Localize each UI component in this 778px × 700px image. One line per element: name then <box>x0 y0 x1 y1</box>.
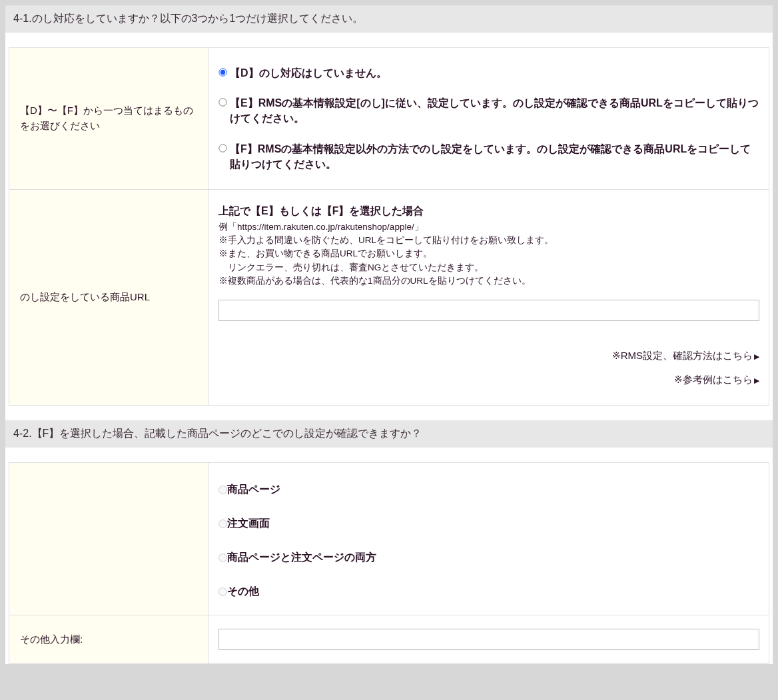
link-example[interactable]: ※参考例はこちら▶ <box>674 374 759 385</box>
radio-product-page[interactable] <box>218 486 227 494</box>
radio-row-product-page[interactable]: 商品ページ <box>218 483 759 497</box>
row-4-1-radios: 【D】〜【F】から一つ当てはまるものをお選びください 【D】のし対応はしていませ… <box>9 48 769 190</box>
desc-title-4-1: 上記で【E】もしくは【F】を選択した場合 <box>218 203 759 219</box>
radio-row-other[interactable]: その他 <box>218 585 759 599</box>
row-4-2-other-input: その他入力欄: <box>9 615 769 664</box>
radio-order-screen-label: 注文画面 <box>227 517 270 531</box>
content-cell-4-2-other <box>209 615 769 664</box>
radio-other-label: その他 <box>227 585 259 599</box>
radio-e-label: 【E】RMSの基本情報設定[のし]に従い、設定しています。のし設定が確認できる商… <box>230 95 759 126</box>
form-table-4-1: 【D】〜【F】から一つ当てはまるものをお選びください 【D】のし対応はしていませ… <box>9 47 769 406</box>
link-rms-setting[interactable]: ※RMS設定、確認方法はこちら▶ <box>612 350 759 361</box>
link-example-text: ※参考例はこちら <box>674 374 753 385</box>
right-links-4-1: ※RMS設定、確認方法はこちら▶ ※参考例はこちら▶ <box>218 344 759 392</box>
desc-line-2: ※手入力よる間違いを防ぐため、URLをコピーして貼り付けをお願い致します。 <box>218 234 759 247</box>
content-cell-4-2-radios: 商品ページ 注文画面 商品ページと注文ページの両方 その他 <box>209 463 769 615</box>
page-container: 4-1.のし対応をしていますか？以下の3つから1つだけ選択してください。 【D】… <box>5 5 773 664</box>
radio-f[interactable] <box>218 144 226 152</box>
radio-row-order-screen[interactable]: 注文画面 <box>218 517 759 531</box>
label-cell-4-1-url: のし設定をしている商品URL <box>9 189 209 405</box>
radio-other[interactable] <box>218 587 227 596</box>
section-header-4-1: 4-1.のし対応をしていますか？以下の3つから1つだけ選択してください。 <box>5 5 773 33</box>
radio-both-label: 商品ページと注文ページの両方 <box>227 551 376 565</box>
desc-line-5: ※複数商品がある場合は、代表的な1商品分のURLを貼りつけてください。 <box>218 274 759 288</box>
desc-line-1: 例「https://item.rakuten.co.jp/rakutenshop… <box>218 220 759 234</box>
radio-row-f[interactable]: 【F】RMSの基本情報設定以外の方法でのし設定をしています。のし設定が確認できる… <box>218 141 759 172</box>
content-cell-4-1-url: 上記で【E】もしくは【F】を選択した場合 例「https://item.raku… <box>209 189 769 405</box>
radio-row-e[interactable]: 【E】RMSの基本情報設定[のし]に従い、設定しています。のし設定が確認できる商… <box>218 95 759 126</box>
label-cell-4-2-other: その他入力欄: <box>9 615 209 664</box>
radio-d-label: 【D】のし対応はしていません。 <box>230 65 387 81</box>
row-4-2-radios: 商品ページ 注文画面 商品ページと注文ページの両方 その他 <box>9 463 769 615</box>
section-header-4-2: 4-2.【F】を選択した場合、記載した商品ページのどこでのし設定が確認できますか… <box>5 420 773 448</box>
radio-both[interactable] <box>218 553 227 562</box>
url-input-4-1[interactable] <box>218 300 759 321</box>
radio-row-d[interactable]: 【D】のし対応はしていません。 <box>218 65 759 81</box>
desc-line-3: ※また、お買い物できる商品URLでお願いします。 <box>218 247 759 260</box>
triangle-icon: ▶ <box>754 352 759 360</box>
label-cell-4-2-empty <box>9 463 209 615</box>
link-rms-setting-text: ※RMS設定、確認方法はこちら <box>612 350 753 361</box>
radio-e[interactable] <box>218 99 226 107</box>
content-cell-4-1-radios: 【D】のし対応はしていません。 【E】RMSの基本情報設定[のし]に従い、設定し… <box>209 48 769 190</box>
radio-d[interactable] <box>218 68 226 76</box>
triangle-icon: ▶ <box>754 376 759 384</box>
radio-product-page-label: 商品ページ <box>227 483 280 497</box>
other-input-4-2[interactable] <box>218 629 759 650</box>
radio-row-both[interactable]: 商品ページと注文ページの両方 <box>218 551 759 565</box>
desc-line-4: リンクエラー、売り切れは、審査NGとさせていただきます。 <box>218 261 759 274</box>
label-cell-4-1-select: 【D】〜【F】から一つ当てはまるものをお選びください <box>9 48 209 190</box>
desc-block-4-1: 上記で【E】もしくは【F】を選択した場合 例「https://item.raku… <box>218 203 759 288</box>
radio-f-label: 【F】RMSの基本情報設定以外の方法でのし設定をしています。のし設定が確認できる… <box>230 141 759 172</box>
form-table-4-2: 商品ページ 注文画面 商品ページと注文ページの両方 その他 その他入力欄: <box>9 462 769 664</box>
row-4-1-url: のし設定をしている商品URL 上記で【E】もしくは【F】を選択した場合 例「ht… <box>9 189 769 405</box>
radio-order-screen[interactable] <box>218 520 227 528</box>
